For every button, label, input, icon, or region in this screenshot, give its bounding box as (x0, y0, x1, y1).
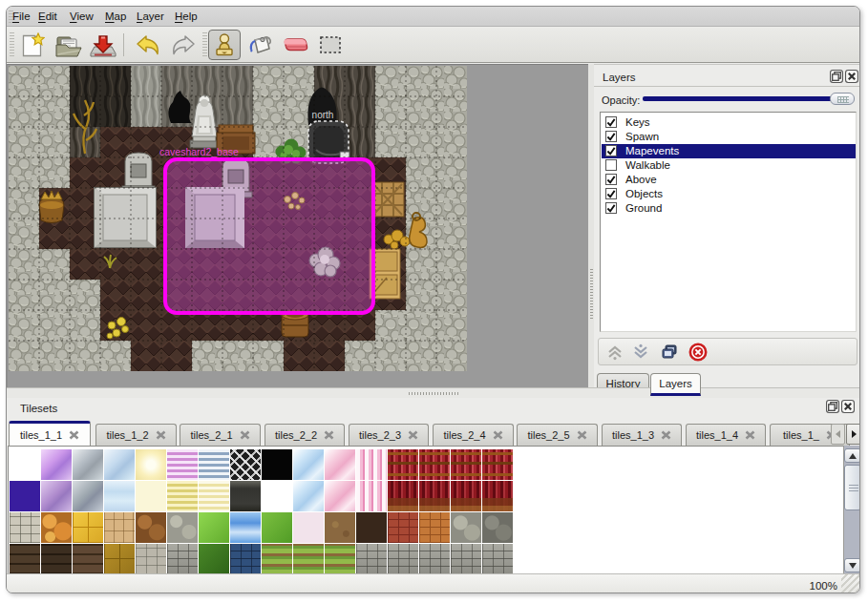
svg-text:north: north (312, 110, 334, 120)
svg-text:caveshard2_base: caveshard2_base (159, 146, 239, 157)
